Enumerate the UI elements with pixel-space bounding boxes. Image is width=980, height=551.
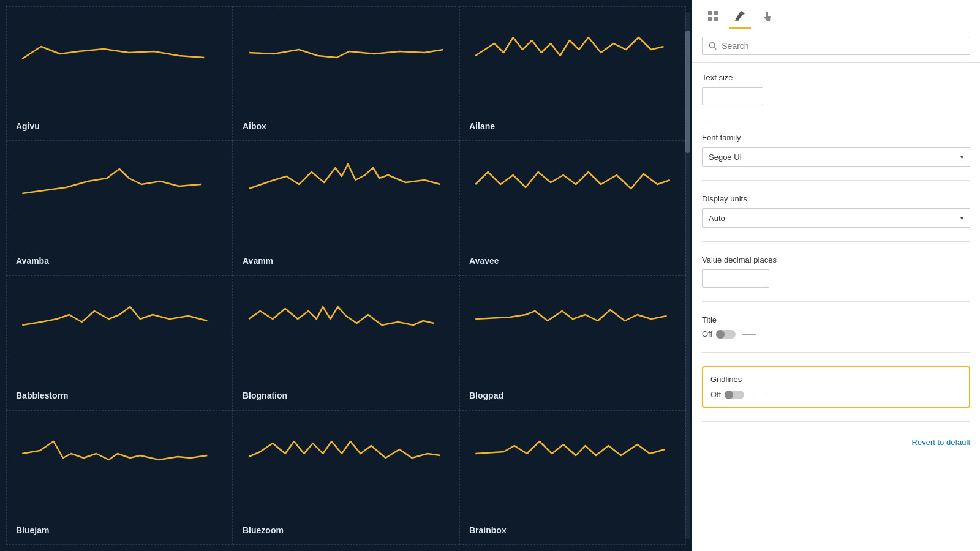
title-toggle[interactable]: Off —— bbox=[702, 329, 756, 339]
chart-line-avavee bbox=[469, 151, 676, 212]
grid-view-icon[interactable] bbox=[702, 7, 724, 29]
search-input[interactable] bbox=[722, 41, 963, 51]
chevron-down-icon: ▾ bbox=[960, 154, 963, 160]
title-toggle-thumb bbox=[716, 330, 725, 339]
chart-cell-aibox[interactable]: Aibox bbox=[233, 6, 459, 141]
chart-line-agivu bbox=[16, 16, 223, 77]
chart-label-blognation: Blognation bbox=[243, 391, 287, 400]
scrollbar-thumb[interactable] bbox=[685, 31, 690, 153]
font-family-dropdown[interactable]: Segoe UI ▾ bbox=[702, 147, 970, 167]
chevron-down-icon-2: ▾ bbox=[960, 215, 963, 222]
title-toggle-line: —— bbox=[742, 330, 756, 339]
gridlines-toggle-label: Off bbox=[710, 390, 721, 399]
chart-line-babblestorm bbox=[16, 285, 223, 347]
chart-line-avamm bbox=[243, 151, 450, 212]
chart-cell-ailane[interactable]: Ailane bbox=[459, 6, 686, 141]
chart-cell-blogpad[interactable]: Blogpad bbox=[459, 276, 686, 410]
chart-cell-bluejam[interactable]: Bluejam bbox=[6, 410, 233, 545]
icon-bar bbox=[692, 0, 980, 29]
display-units-row: Display units Auto ▾ bbox=[702, 194, 970, 228]
chart-panel: Agivu Aibox Ailane Avamba Avamm bbox=[0, 0, 692, 551]
chart-line-blognation bbox=[243, 285, 450, 347]
separator-5 bbox=[702, 352, 970, 353]
chart-label-agivu: Agivu bbox=[16, 121, 40, 131]
font-family-label: Font family bbox=[702, 133, 970, 142]
chart-line-ailane bbox=[469, 16, 676, 77]
settings-container: Text size 9 pt ▲ ▼ Font family Segoe UI … bbox=[692, 63, 980, 551]
chart-label-aibox: Aibox bbox=[243, 121, 266, 131]
display-units-label: Display units bbox=[702, 194, 970, 203]
chart-grid: Agivu Aibox Ailane Avamba Avamm bbox=[0, 0, 692, 551]
chart-cell-agivu[interactable]: Agivu bbox=[6, 6, 233, 141]
chart-label-avavee: Avavee bbox=[469, 256, 499, 266]
separator-4 bbox=[702, 301, 970, 302]
chart-label-bluezoom: Bluezoom bbox=[243, 525, 284, 535]
paint-brush-icon[interactable] bbox=[729, 7, 751, 29]
chart-cell-avamm[interactable]: Avamm bbox=[233, 141, 459, 276]
search-icon bbox=[709, 42, 717, 50]
gridlines-title: Gridlines bbox=[710, 375, 962, 384]
svg-line-6 bbox=[714, 47, 716, 49]
decimal-places-input[interactable]: Auto bbox=[703, 274, 769, 283]
gridlines-box: Gridlines Off —— bbox=[702, 366, 970, 408]
decimal-places-control[interactable]: Auto ▲ ▼ bbox=[702, 269, 769, 288]
display-units-value: Auto bbox=[709, 214, 725, 223]
title-toggle-row: Off —— bbox=[702, 329, 970, 339]
chart-label-bluejam: Bluejam bbox=[16, 525, 49, 535]
scrollbar[interactable] bbox=[685, 12, 690, 539]
chart-line-aibox bbox=[243, 16, 450, 77]
display-units-dropdown[interactable]: Auto ▾ bbox=[702, 208, 970, 228]
svg-rect-1 bbox=[714, 11, 718, 15]
chart-line-avamba bbox=[16, 151, 223, 212]
gridlines-toggle-thumb bbox=[725, 391, 733, 399]
chart-cell-avamba[interactable]: Avamba bbox=[6, 141, 233, 276]
chart-label-babblestorm: Babblestorm bbox=[16, 391, 69, 400]
separator-3 bbox=[702, 241, 970, 242]
revert-to-default-button[interactable]: Revert to default bbox=[912, 435, 970, 449]
chart-cell-blognation[interactable]: Blognation bbox=[233, 276, 459, 410]
svg-rect-0 bbox=[708, 11, 712, 15]
separator-1 bbox=[702, 119, 970, 119]
gridlines-toggle[interactable]: Off —— bbox=[710, 390, 765, 399]
hand-pointer-icon[interactable] bbox=[756, 7, 778, 29]
chart-cell-brainbox[interactable]: Brainbox bbox=[459, 410, 686, 545]
search-box[interactable] bbox=[702, 37, 970, 55]
title-toggle-track bbox=[716, 330, 736, 339]
chart-label-brainbox: Brainbox bbox=[469, 525, 507, 535]
right-panel: Text size 9 pt ▲ ▼ Font family Segoe UI … bbox=[692, 0, 980, 551]
font-family-row: Font family Segoe UI ▾ bbox=[702, 133, 970, 167]
gridlines-toggle-track bbox=[725, 391, 744, 399]
chart-label-avamm: Avamm bbox=[243, 256, 273, 266]
decimal-places-label: Value decimal places bbox=[702, 255, 970, 264]
chart-cell-avavee[interactable]: Avavee bbox=[459, 141, 686, 276]
text-size-row: Text size 9 pt ▲ ▼ bbox=[702, 73, 970, 105]
gridlines-toggle-line: —— bbox=[750, 391, 765, 399]
chart-label-ailane: Ailane bbox=[469, 121, 495, 131]
svg-rect-2 bbox=[708, 17, 712, 21]
gridlines-toggle-row: Off —— bbox=[710, 390, 962, 399]
svg-point-5 bbox=[709, 43, 715, 48]
svg-rect-4 bbox=[735, 20, 739, 21]
chart-cell-bluezoom[interactable]: Bluezoom bbox=[233, 410, 459, 545]
separator-2 bbox=[702, 180, 970, 181]
title-label: Title bbox=[702, 315, 970, 324]
font-family-value: Segoe UI bbox=[709, 152, 742, 162]
title-row: Title Off —— bbox=[702, 315, 970, 339]
text-size-label: Text size bbox=[702, 73, 970, 82]
title-toggle-label: Off bbox=[702, 329, 712, 339]
chart-label-blogpad: Blogpad bbox=[469, 391, 503, 400]
chart-label-avamba: Avamba bbox=[16, 256, 49, 266]
text-size-input[interactable]: 9 bbox=[703, 92, 763, 101]
separator-6 bbox=[702, 421, 970, 422]
search-container bbox=[692, 29, 980, 63]
chart-line-brainbox bbox=[469, 420, 676, 481]
decimal-places-row: Value decimal places Auto ▲ ▼ bbox=[702, 255, 970, 288]
chart-line-blogpad bbox=[469, 285, 676, 347]
chart-cell-babblestorm[interactable]: Babblestorm bbox=[6, 276, 233, 410]
text-size-control[interactable]: 9 pt ▲ ▼ bbox=[702, 87, 763, 105]
svg-rect-3 bbox=[714, 17, 718, 21]
chart-line-bluezoom bbox=[243, 420, 450, 481]
chart-line-bluejam bbox=[16, 420, 223, 481]
